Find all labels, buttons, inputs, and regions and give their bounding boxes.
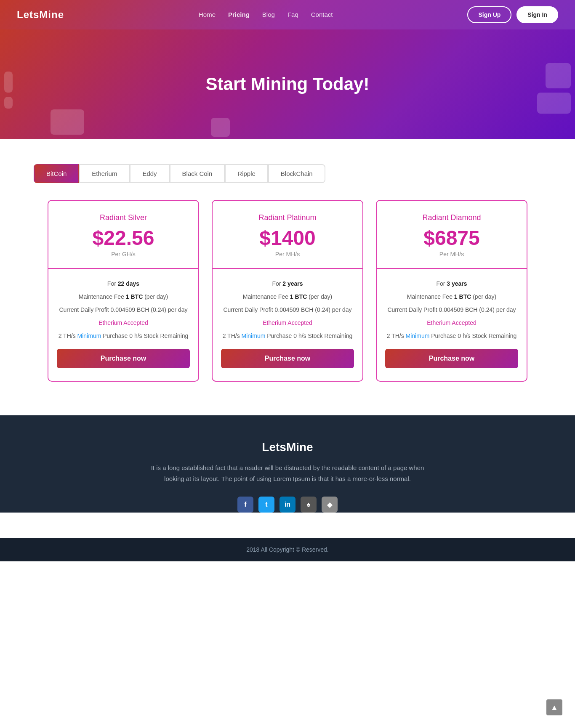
card-platinum-unit: Per MH/s [221, 251, 354, 258]
hero-decor-4 [211, 118, 230, 137]
hero-title: Start Mining Today! [206, 74, 370, 94]
card-silver-profit: Current Daily Profit 0.004509 BCH (0.24)… [57, 306, 190, 314]
card-diamond-unit: Per MH/s [385, 251, 518, 258]
hero-decor-6 [537, 93, 571, 114]
nav-faq[interactable]: Faq [288, 11, 298, 18]
card-diamond-title: Radiant Diamond [385, 213, 518, 222]
purchase-diamond-button[interactable]: Purchase now [385, 349, 518, 368]
tab-group: BitCoin Etherium Eddy Black Coin Ripple … [34, 164, 541, 183]
tab-eddy[interactable]: Eddy [130, 164, 169, 183]
site-logo: LetsMine [17, 9, 64, 21]
navbar: LetsMine Home Pricing Blog Faq Contact S… [0, 0, 575, 29]
nav-links: Home Pricing Blog Faq Contact [199, 11, 333, 19]
pricing-section: BitCoin Etherium Eddy Black Coin Ripple … [0, 139, 575, 415]
card-platinum-profit: Current Daily Profit 0.004509 BCH (0.24)… [221, 306, 354, 314]
card-silver-price: $22.56 [57, 228, 190, 248]
card-platinum-header: Radiant Platinum $1400 Per MH/s [213, 201, 362, 269]
hero-decor-2 [4, 97, 13, 109]
card-platinum-maintenance: Maintenance Fee 1 BTC (per day) [221, 292, 354, 301]
tab-ripple[interactable]: Ripple [225, 164, 268, 183]
card-diamond-header: Radiant Diamond $6875 Per MH/s [377, 201, 527, 269]
nav-home[interactable]: Home [199, 11, 216, 18]
card-silver: Radiant Silver $22.56 Per GH/s For 22 da… [48, 200, 199, 382]
tab-etherium[interactable]: Etherium [79, 164, 130, 183]
footer: LetsMine It is a long established fact t… [0, 415, 575, 513]
card-diamond-price: $6875 [385, 228, 518, 248]
social-other2-icon[interactable]: ◆ [322, 497, 338, 513]
card-silver-body: For 22 days Maintenance Fee 1 BTC (per d… [48, 269, 198, 381]
auth-buttons: Sign Up Sign In [467, 6, 558, 23]
card-platinum-accepted: Etherium Accepted [221, 319, 354, 327]
footer-description: It is a long established fact that a rea… [140, 462, 435, 484]
nav-blog[interactable]: Blog [262, 11, 275, 18]
tab-blackcoin[interactable]: Black Coin [170, 164, 225, 183]
card-diamond-profit: Current Daily Profit 0.004509 BCH (0.24)… [385, 306, 518, 314]
card-platinum-title: Radiant Platinum [221, 213, 354, 222]
card-silver-title: Radiant Silver [57, 213, 190, 222]
card-silver-unit: Per GH/s [57, 251, 190, 258]
hero-decor-3 [51, 109, 84, 135]
footer-bottom: 2018 All Copyright © Reserved. [0, 538, 575, 561]
card-platinum-body: For 2 years Maintenance Fee 1 BTC (per d… [213, 269, 362, 381]
card-diamond-maintenance: Maintenance Fee 1 BTC (per day) [385, 292, 518, 301]
social-linkedin-icon[interactable]: in [280, 497, 295, 513]
footer-logo: LetsMine [98, 441, 477, 454]
footer-social: f t in ♠ ◆ [98, 497, 477, 513]
card-diamond-body: For 3 years Maintenance Fee 1 BTC (per d… [377, 269, 527, 381]
card-silver-duration: For 22 days [57, 279, 190, 288]
nav-pricing[interactable]: Pricing [228, 11, 250, 18]
social-facebook-icon[interactable]: f [237, 497, 253, 513]
hero-decor-5 [546, 63, 571, 88]
pricing-cards: Radiant Silver $22.56 Per GH/s For 22 da… [34, 200, 541, 382]
nav-contact[interactable]: Contact [311, 11, 333, 18]
social-other1-icon[interactable]: ♠ [301, 497, 317, 513]
footer-inner: LetsMine It is a long established fact t… [98, 441, 477, 513]
card-platinum-stock: 2 TH/s Minimum Purchase 0 h/s Stock Rema… [221, 332, 354, 340]
card-platinum-duration: For 2 years [221, 279, 354, 288]
signin-button[interactable]: Sign In [516, 6, 558, 23]
card-diamond-stock: 2 TH/s Minimum Purchase 0 h/s Stock Rema… [385, 332, 518, 340]
hero-decor-1 [4, 72, 13, 93]
card-diamond-accepted: Etherium Accepted [385, 319, 518, 327]
copyright-text: 2018 All Copyright © Reserved. [8, 546, 567, 553]
purchase-silver-button[interactable]: Purchase now [57, 349, 190, 368]
signup-button[interactable]: Sign Up [467, 6, 511, 23]
card-platinum: Radiant Platinum $1400 Per MH/s For 2 ye… [212, 200, 363, 382]
social-twitter-icon[interactable]: t [258, 497, 274, 513]
card-silver-accepted: Etherium Accepted [57, 319, 190, 327]
card-silver-maintenance: Maintenance Fee 1 BTC (per day) [57, 292, 190, 301]
card-diamond-duration: For 3 years [385, 279, 518, 288]
card-silver-header: Radiant Silver $22.56 Per GH/s [48, 201, 198, 269]
card-silver-stock: 2 TH/s Minimum Purchase 0 h/s Stock Rema… [57, 332, 190, 340]
hero-section: Start Mining Today! [0, 29, 575, 139]
card-diamond: Radiant Diamond $6875 Per MH/s For 3 yea… [376, 200, 527, 382]
tab-bitcoin[interactable]: BitCoin [34, 164, 79, 183]
card-platinum-price: $1400 [221, 228, 354, 248]
tab-blockchain[interactable]: BlockChain [268, 164, 325, 183]
purchase-platinum-button[interactable]: Purchase now [221, 349, 354, 368]
